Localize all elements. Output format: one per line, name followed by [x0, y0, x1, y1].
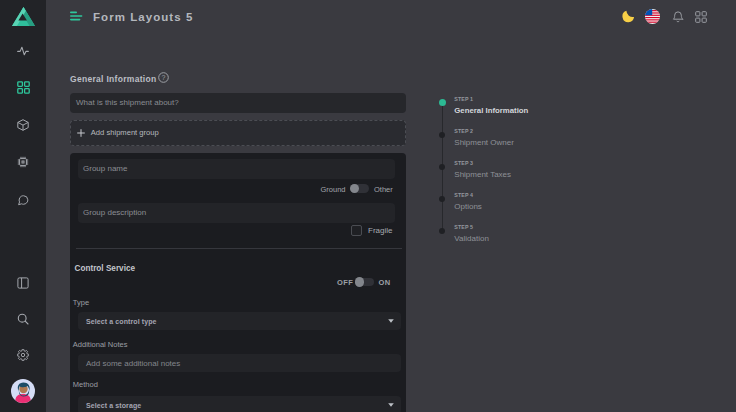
- svg-text:?: ?: [161, 74, 165, 81]
